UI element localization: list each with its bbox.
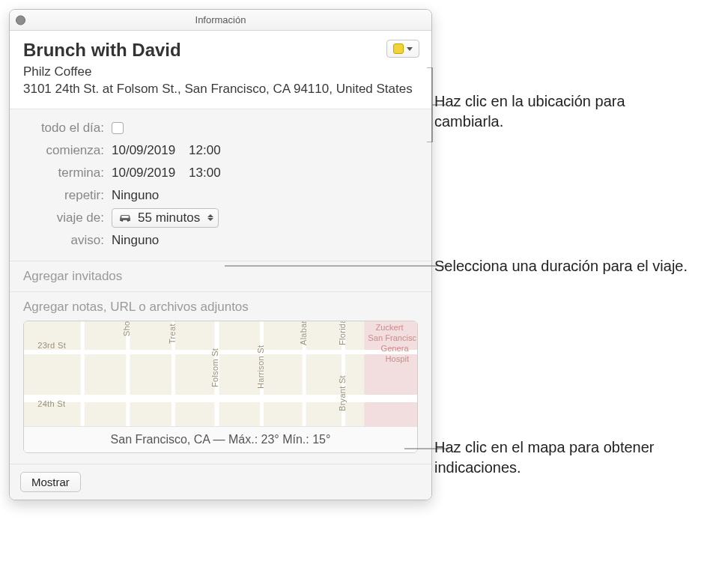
alert-label: aviso:	[23, 233, 112, 248]
event-title[interactable]: Brunch with David	[23, 40, 418, 61]
svg-text:San Francisc: San Francisc	[368, 333, 416, 342]
annotations: Haz clic en la ubicación para cambiarla.…	[434, 9, 689, 578]
notes-field[interactable]: Agregar notas, URL o archivos adjuntos	[23, 300, 418, 315]
row-alert: aviso: Ninguno	[23, 229, 418, 252]
svg-text:Alabama St: Alabama St	[299, 321, 308, 345]
ends-label: termina:	[23, 166, 112, 181]
map-thumbnail[interactable]: 23rd St 24th St Shotwell St Folsom St Tr…	[24, 321, 417, 426]
all-day-label: todo el día:	[23, 121, 112, 136]
callout-travel: Selecciona una duración para el viaje.	[434, 256, 688, 276]
map-container: 23rd St 24th St Shotwell St Folsom St Tr…	[23, 321, 418, 453]
svg-text:Harrison St: Harrison St	[256, 345, 265, 389]
footer: Mostrar	[10, 464, 431, 500]
location-address: 3101 24th St. at Folsom St., San Francis…	[23, 82, 413, 96]
row-travel: viaje de: 55 minutos	[23, 207, 418, 229]
starts-date[interactable]: 10/09/2019	[112, 143, 175, 158]
dropdown-arrows-icon	[207, 214, 213, 221]
svg-rect-7	[81, 321, 85, 426]
map-weather-caption: San Francisco, CA — Máx.: 23° Mín.: 15°	[24, 426, 417, 452]
close-button[interactable]	[16, 15, 25, 25]
window-titlebar: Información	[10, 10, 431, 31]
svg-text:Florida St: Florida St	[338, 321, 347, 345]
event-info-popover: Información Brunch with David Philz Coff…	[9, 9, 432, 500]
svg-text:23rd St: 23rd St	[37, 341, 66, 350]
row-all-day: todo el día:	[23, 117, 418, 139]
color-swatch	[393, 43, 404, 54]
svg-text:Hospit: Hospit	[386, 354, 409, 363]
event-fields: todo el día: comienza: 10/09/2019 12:00 …	[10, 109, 431, 261]
location-name: Philz Coffee	[23, 64, 91, 79]
repeat-value[interactable]: Ninguno	[112, 188, 159, 203]
event-location[interactable]: Philz Coffee 3101 24th St. at Folsom St.…	[23, 64, 418, 98]
row-starts: comienza: 10/09/2019 12:00	[23, 139, 418, 162]
svg-rect-8	[126, 321, 130, 426]
all-day-checkbox[interactable]	[112, 122, 124, 134]
repeat-label: repetir:	[23, 188, 112, 203]
alert-value[interactable]: Ninguno	[112, 233, 159, 248]
svg-text:Bryant St: Bryant St	[338, 375, 347, 411]
svg-text:Zuckert: Zuckert	[375, 323, 403, 332]
svg-text:24th St: 24th St	[37, 399, 65, 408]
svg-text:Treat Ave: Treat Ave	[168, 321, 177, 344]
ends-date[interactable]: 10/09/2019	[112, 166, 175, 181]
svg-text:Folsom St: Folsom St	[210, 348, 219, 387]
chevron-down-icon	[407, 47, 413, 51]
calendar-color-picker[interactable]	[386, 40, 419, 58]
show-button[interactable]: Mostrar	[20, 472, 81, 492]
travel-label: viaje de:	[23, 210, 112, 225]
row-ends: termina: 10/09/2019 13:00	[23, 162, 418, 184]
starts-time[interactable]: 12:00	[189, 143, 221, 158]
ends-time[interactable]: 13:00	[189, 166, 221, 181]
starts-label: comienza:	[23, 143, 112, 158]
travel-time-dropdown[interactable]: 55 minutos	[112, 208, 219, 228]
notes-section: Agregar notas, URL o archivos adjuntos	[10, 292, 431, 464]
callout-location: Haz clic en la ubicación para cambiarla.	[434, 91, 689, 132]
callout-map: Haz clic en el mapa para obtener indicac…	[434, 437, 689, 478]
svg-point-0	[121, 219, 124, 222]
event-header[interactable]: Brunch with David Philz Coffee 3101 24th…	[10, 31, 431, 109]
window-title: Información	[195, 14, 246, 25]
car-icon	[118, 213, 132, 222]
row-repeat: repetir: Ninguno	[23, 184, 418, 207]
travel-value: 55 minutos	[138, 210, 200, 225]
svg-text:Shotwell St: Shotwell St	[122, 321, 131, 336]
svg-rect-2	[121, 216, 129, 218]
svg-text:Genera: Genera	[381, 344, 410, 353]
svg-point-1	[127, 219, 130, 222]
